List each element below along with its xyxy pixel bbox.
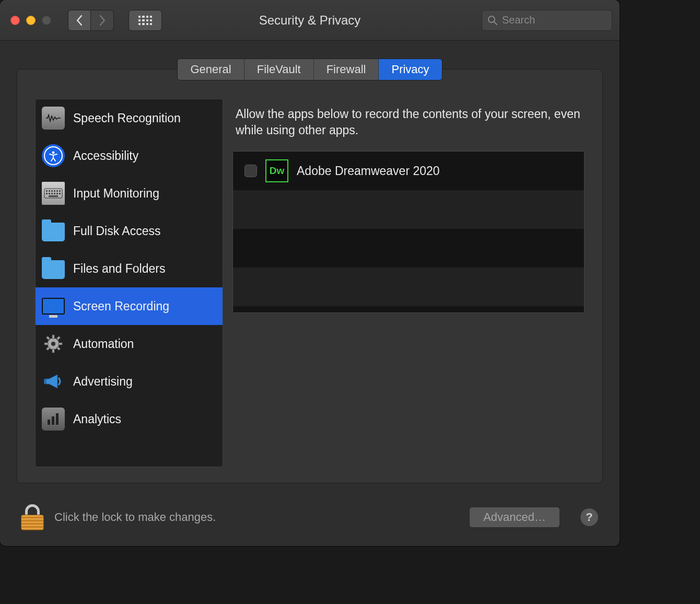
svg-rect-4 — [46, 190, 48, 192]
svg-rect-22 — [59, 343, 62, 345]
window-controls — [10, 16, 51, 25]
app-list[interactable]: Dw Adobe Dreamweaver 2020 — [232, 151, 585, 313]
svg-rect-6 — [51, 190, 53, 192]
sidebar-item-label: Advertising — [73, 375, 133, 389]
sidebar-item-label: Input Monitoring — [73, 187, 159, 201]
app-name: Adobe Dreamweaver 2020 — [297, 164, 440, 178]
tab-filevault[interactable]: FileVault — [244, 59, 313, 80]
sidebar-item-label: Speech Recognition — [73, 111, 181, 125]
detail-pane: Allow the apps below to record the conte… — [232, 99, 585, 467]
app-row-empty — [233, 306, 584, 313]
app-row-empty — [233, 268, 584, 306]
detail-description: Allow the apps below to record the conte… — [232, 99, 585, 151]
svg-rect-19 — [52, 335, 54, 339]
privacy-panel: Speech Recognition Accessibility Input M… — [17, 69, 603, 483]
advanced-button[interactable]: Advanced… — [469, 507, 560, 528]
svg-rect-24 — [56, 346, 60, 350]
preferences-window: Security & Privacy General FileVault Fir… — [0, 0, 620, 546]
svg-rect-14 — [56, 193, 58, 194]
sidebar-item-full-disk-access[interactable]: Full Disk Access — [36, 212, 223, 250]
svg-rect-16 — [49, 195, 58, 197]
lock-button[interactable] — [21, 504, 44, 530]
svg-rect-12 — [51, 193, 53, 194]
tab-firewall[interactable]: Firewall — [313, 59, 379, 80]
monitor-icon — [42, 295, 65, 318]
folder-icon — [42, 257, 65, 280]
keyboard-icon — [42, 182, 65, 205]
sidebar-item-label: Automation — [73, 337, 134, 351]
svg-line-1 — [494, 22, 497, 25]
svg-rect-9 — [59, 190, 61, 192]
grid-icon — [138, 16, 152, 25]
chevron-right-icon — [99, 15, 106, 26]
dreamweaver-icon: Dw — [265, 159, 288, 182]
sidebar-item-automation[interactable]: Automation — [36, 325, 223, 363]
svg-rect-15 — [59, 193, 61, 194]
svg-rect-7 — [54, 190, 55, 192]
footer: Click the lock to make changes. Advanced… — [0, 494, 620, 546]
tab-bar: General FileVault Firewall Privacy — [177, 59, 442, 80]
svg-rect-8 — [56, 190, 58, 192]
svg-rect-30 — [56, 413, 59, 425]
svg-point-0 — [488, 16, 495, 22]
minimize-window-button[interactable] — [26, 16, 36, 25]
svg-rect-5 — [49, 190, 50, 192]
search-input[interactable] — [502, 14, 606, 26]
svg-rect-11 — [49, 193, 50, 194]
analytics-icon — [42, 408, 65, 431]
close-window-button[interactable] — [10, 16, 20, 25]
sidebar-item-speech-recognition[interactable]: Speech Recognition — [36, 99, 223, 137]
tab-privacy[interactable]: Privacy — [378, 59, 441, 80]
sidebar-item-screen-recording[interactable]: Screen Recording — [36, 287, 223, 325]
app-row-empty — [233, 190, 584, 229]
tab-general[interactable]: General — [178, 59, 243, 80]
content-area: General FileVault Firewall Privacy Speec… — [0, 41, 620, 494]
sidebar-item-label: Accessibility — [73, 149, 138, 163]
privacy-category-list[interactable]: Speech Recognition Accessibility Input M… — [35, 99, 223, 467]
back-button[interactable] — [68, 10, 91, 31]
svg-point-18 — [51, 342, 55, 346]
forward-button — [91, 10, 114, 31]
sidebar-item-label: Files and Folders — [73, 262, 165, 276]
lock-hint-text: Click the lock to make changes. — [54, 510, 216, 524]
chevron-left-icon — [76, 15, 83, 26]
search-field[interactable] — [482, 10, 612, 31]
accessibility-icon — [42, 144, 65, 167]
svg-point-2 — [52, 152, 55, 154]
sidebar-item-input-monitoring[interactable]: Input Monitoring — [36, 175, 223, 212]
app-checkbox[interactable] — [244, 165, 257, 177]
svg-rect-21 — [44, 343, 48, 345]
svg-rect-28 — [48, 420, 50, 425]
svg-rect-27 — [44, 379, 46, 384]
megaphone-icon — [42, 370, 65, 393]
gear-icon — [42, 332, 65, 355]
titlebar: Security & Privacy — [0, 0, 620, 41]
search-icon — [487, 15, 498, 26]
help-button[interactable]: ? — [580, 508, 599, 527]
sidebar-item-label: Screen Recording — [73, 299, 169, 313]
sidebar-item-accessibility[interactable]: Accessibility — [36, 137, 223, 175]
sidebar-item-label: Full Disk Access — [73, 224, 160, 238]
show-all-button[interactable] — [129, 10, 162, 31]
window-title: Security & Privacy — [259, 13, 361, 28]
svg-rect-25 — [56, 336, 60, 340]
svg-rect-23 — [46, 336, 50, 340]
zoom-window-button — [42, 16, 51, 25]
sidebar-item-advertising[interactable]: Advertising — [36, 363, 223, 400]
sidebar-item-label: Analytics — [73, 412, 121, 426]
svg-rect-29 — [52, 416, 54, 425]
svg-rect-26 — [46, 346, 50, 350]
speech-icon — [42, 107, 65, 130]
svg-rect-20 — [52, 349, 54, 353]
app-row[interactable]: Dw Adobe Dreamweaver 2020 — [233, 152, 584, 190]
svg-rect-13 — [54, 193, 55, 194]
folder-icon — [42, 219, 65, 242]
sidebar-item-files-and-folders[interactable]: Files and Folders — [36, 250, 223, 287]
nav-buttons — [68, 10, 114, 31]
svg-rect-10 — [46, 193, 48, 194]
app-row-empty — [233, 229, 584, 268]
sidebar-item-analytics[interactable]: Analytics — [36, 400, 223, 438]
